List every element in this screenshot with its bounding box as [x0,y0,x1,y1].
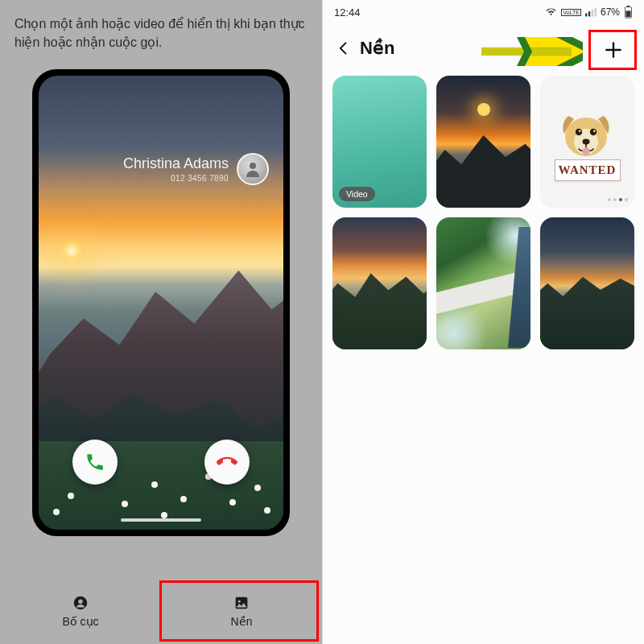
phone-preview-screen: Christina Adams 012 3456 7890 [39,76,283,530]
svg-point-21 [582,147,589,155]
svg-rect-7 [592,10,593,17]
accept-call-button[interactable] [72,440,118,485]
image-icon [233,594,250,612]
status-time: 12:44 [334,6,361,19]
mountain-layer [39,256,283,530]
page-title: Nền [360,38,394,59]
instruction-text: Chọn một ảnh hoặc video để hiển thị khi … [14,14,308,52]
person-icon [243,159,262,179]
background-thumb-3[interactable]: WANTED [540,76,634,208]
tab-background-label: Nền [231,615,253,628]
tab-background[interactable]: Nền [161,578,322,644]
svg-point-19 [593,130,595,131]
svg-point-0 [250,163,256,169]
svg-rect-11 [626,10,631,17]
caller-avatar [237,153,269,185]
svg-rect-6 [588,11,590,16]
background-thumb-4[interactable] [332,217,427,349]
battery-icon [624,6,633,19]
background-thumb-1[interactable]: Video [332,76,427,208]
wifi-icon [545,7,557,17]
status-battery: 67% [601,6,620,18]
phone-preview-frame: Christina Adams 012 3456 7890 [32,69,290,536]
wanted-sign: WANTED [555,159,621,181]
dog-illustration [555,103,617,161]
status-bar: 12:44 VoLTE 67% [323,0,644,24]
settings-step-panel: Chọn một ảnh hoặc video để hiển thị khi … [0,0,322,644]
decline-call-button[interactable] [204,440,250,485]
phone-accept-icon [85,452,105,473]
tab-layout[interactable]: Bố cục [0,578,161,644]
person-circle-icon [72,594,89,612]
phone-decline-icon [217,452,237,473]
svg-point-4 [238,601,241,603]
background-grid: Video WANTED [323,76,644,349]
caller-name: Christina Adams [123,155,229,172]
svg-point-18 [579,130,580,131]
caller-info: Christina Adams 012 3456 7890 [123,153,269,185]
video-badge: Video [339,187,375,201]
background-thumb-2[interactable] [436,76,530,208]
svg-rect-5 [585,14,587,17]
signal-icon [585,7,597,17]
svg-rect-10 [627,6,630,7]
background-thumb-5[interactable] [436,217,530,349]
home-indicator [121,518,201,522]
background-thumb-6[interactable] [540,217,634,349]
add-background-button[interactable] [592,32,634,68]
chevron-left-icon [336,40,352,56]
svg-rect-8 [595,8,597,17]
plus-icon [603,39,624,60]
header-row: Nền [323,24,644,76]
background-picker-panel: 12:44 VoLTE 67% Nền [322,0,644,644]
svg-point-16 [575,128,581,134]
svg-point-2 [78,599,83,604]
back-button[interactable] [332,37,355,60]
pagination-dots [608,198,628,201]
volte-badge: VoLTE [561,9,581,16]
bottom-tabs: Bố cục Nền [0,578,322,644]
call-actions-row [39,440,283,485]
tab-layout-label: Bố cục [62,615,98,628]
caller-number: 012 3456 7890 [171,174,229,183]
svg-point-17 [589,128,596,134]
